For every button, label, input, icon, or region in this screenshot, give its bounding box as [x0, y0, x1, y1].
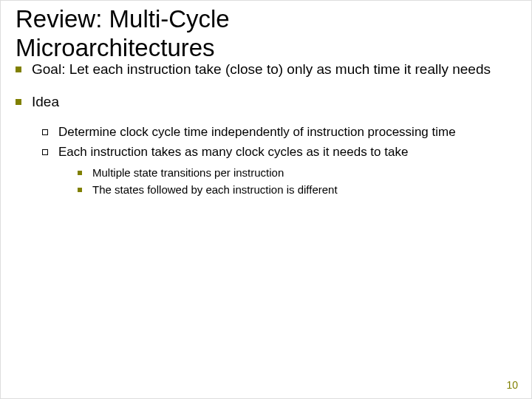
slide-title: Review: Multi-Cycle Microarchitectures — [16, 5, 230, 63]
level3-group: Multiple state transitions per instructi… — [16, 166, 518, 198]
page-number: 10 — [506, 379, 518, 391]
hollow-square-bullet-icon — [42, 129, 48, 135]
square-bullet-icon — [16, 66, 21, 72]
slide: Review: Multi-Cycle Microarchitectures G… — [1, 1, 532, 399]
bullet-level2: Each instruction takes as many clock cyc… — [42, 144, 518, 161]
title-line-2: Microarchitectures — [16, 34, 215, 61]
square-bullet-icon — [16, 99, 21, 105]
bullet-level3: Multiple state transitions per instructi… — [78, 166, 518, 180]
small-square-bullet-icon — [78, 188, 82, 192]
hollow-square-bullet-icon — [42, 149, 48, 155]
small-square-bullet-icon — [78, 171, 82, 175]
slide-body: Goal: Let each instruction take (close t… — [16, 60, 518, 202]
title-line-1: Review: Multi-Cycle — [16, 5, 230, 33]
bullet-text: Each instruction takes as many clock cyc… — [58, 144, 408, 161]
bullet-text: Determine clock cycle time independently… — [58, 124, 456, 141]
level2-group: Determine clock cycle time independently… — [16, 124, 518, 197]
bullet-text: Multiple state transitions per instructi… — [92, 166, 284, 180]
bullet-text: The states followed by each instruction … — [92, 183, 338, 197]
bullet-level1: Idea — [16, 92, 518, 112]
bullet-level2: Determine clock cycle time independently… — [42, 124, 518, 141]
bullet-level3: The states followed by each instruction … — [78, 183, 518, 197]
bullet-level1: Goal: Let each instruction take (close t… — [16, 60, 518, 79]
bullet-text: Goal: Let each instruction take (close t… — [32, 60, 491, 79]
bullet-text: Idea — [32, 92, 59, 112]
